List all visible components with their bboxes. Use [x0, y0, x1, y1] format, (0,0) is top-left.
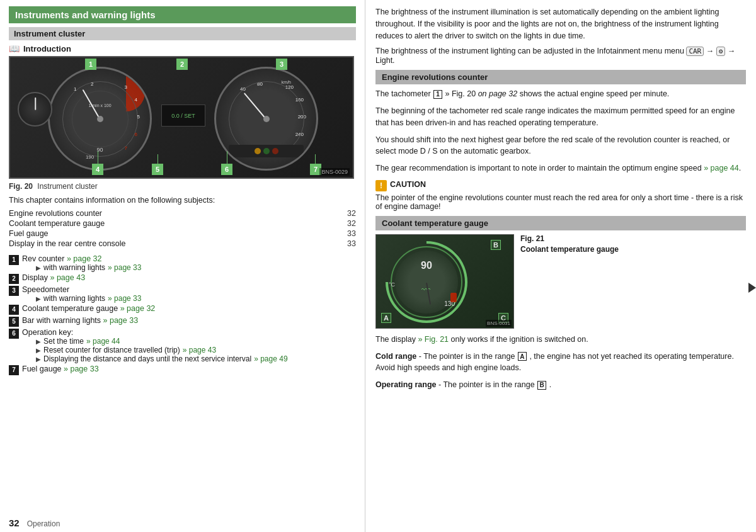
right-column: The brightness of the instrument illumin…: [365, 0, 756, 532]
cold-range-para: Cold range - The pointer is in the range…: [375, 351, 746, 375]
num-badge-1: 1: [9, 255, 19, 265]
chapter-intro: This chapter contains information on the…: [9, 196, 356, 205]
toc-row-1: Coolant temperature gauge 32: [9, 218, 356, 229]
label-6: 6: [221, 164, 232, 175]
label-A: A: [381, 313, 391, 323]
link-5[interactable]: » page 33: [103, 316, 139, 325]
label-B: B: [491, 240, 501, 250]
instrument-cluster-diagram: 1/min x 100 1 2 3 4 5 6 7 90 190 0.0 / S…: [9, 56, 354, 179]
link-6-sub2[interactable]: » page 43: [183, 346, 216, 354]
link-6-sub1[interactable]: » page 44: [86, 337, 120, 346]
cold-range-badge: A: [518, 352, 527, 361]
brightness-para1: The brightness of the instrument illumin…: [375, 6, 746, 42]
fig-caption: Fig. 20 Instrument cluster: [9, 182, 356, 191]
toc-label-2: Fuel gauge: [9, 229, 325, 239]
engine-rev-para1: The tachometer 1 » Fig. 20 on page 32 sh…: [375, 88, 746, 100]
toc-label-3: Display in the rear centre console: [9, 239, 325, 249]
book-icon: 📖: [9, 43, 20, 54]
list-item-4: 4 Coolant temperature gauge » page 32: [9, 304, 356, 315]
toc-table: Engine revolutions counter 32 Coolant te…: [9, 208, 356, 249]
label-3: 3: [276, 59, 287, 70]
link-fig21[interactable]: » Fig. 21: [418, 335, 449, 344]
link-1[interactable]: » page 32: [67, 254, 102, 263]
link-4[interactable]: » page 32: [120, 304, 156, 313]
engine-rev-section-header: Engine revolutions counter: [375, 70, 746, 84]
toc-row-3: Display in the rear centre console 33: [9, 239, 356, 249]
numbered-list: 1 Rev counter » page 32 ▶ with warning l…: [9, 254, 356, 375]
caution-box: ! CAUTION The pointer of the engine revo…: [375, 179, 746, 211]
link-2[interactable]: » page 43: [50, 273, 85, 282]
sub-item-1-1: ▶ with warning lights » page 33: [36, 263, 141, 272]
operating-range-badge: B: [537, 381, 546, 390]
list-item-3: 3 Speedometer ▶ with warning lights » pa…: [9, 285, 356, 303]
link-page44[interactable]: » page 44: [704, 164, 739, 173]
nav-triangle: [748, 283, 756, 293]
caution-title: CAUTION: [390, 180, 426, 189]
toc-row-0: Engine revolutions counter 32: [9, 208, 356, 218]
bns-code2: BNS-0031: [486, 320, 512, 327]
infotainment-line: The brightness of the instrument lightin…: [375, 47, 746, 65]
coolant-fig-title: Coolant temperature gauge: [520, 245, 746, 254]
toc-label-1: Coolant temperature gauge: [9, 218, 325, 229]
num-badge-7: 7: [9, 365, 19, 375]
link-6-sub3[interactable]: » page 49: [254, 354, 287, 363]
coolant-fig-label: Fig. 21: [520, 234, 746, 243]
coolant-gauge-area: 90 〰 130 A B C °C BNS-0031 Fig.: [375, 234, 746, 329]
num-badge-6: 6: [9, 329, 19, 339]
section-title: Instruments and warning lights: [9, 6, 356, 23]
caution-text: The pointer of the engine revolutions co…: [375, 193, 746, 211]
list-item-1: 1 Rev counter » page 32 ▶ with warning l…: [9, 254, 356, 272]
tachometer-badge: 1: [433, 90, 442, 99]
subsection-title: Instrument cluster: [9, 27, 356, 40]
num-badge-2: 2: [9, 274, 19, 284]
sub-item-3-1: ▶ with warning lights » page 33: [36, 294, 141, 303]
settings-kbd: ⚙: [716, 47, 726, 56]
list-item-5: 5 Bar with warning lights » page 33: [9, 316, 356, 327]
coolant-gauge-diagram: 90 〰 130 A B C °C BNS-0031: [375, 234, 514, 329]
label-2: 2: [176, 59, 188, 70]
toc-row-2: Fuel gauge 33: [9, 229, 356, 239]
coolant-section-header: Coolant temperature gauge: [375, 216, 746, 230]
engine-rev-para4: The gear recommendation is important to …: [375, 162, 746, 174]
list-item-7: 7 Fuel gauge » page 33: [9, 365, 356, 375]
label-4: 4: [92, 164, 103, 175]
bns-code: BNS-0029: [319, 168, 350, 176]
caution-icon: !: [375, 180, 387, 191]
intro-line: 📖 Introduction: [9, 43, 356, 54]
page-label: Operation: [27, 519, 60, 528]
coolant-fig-caption: Fig. 21 Coolant temperature gauge: [520, 234, 746, 329]
coolant-display-para: The display » Fig. 21 only works if the …: [375, 334, 746, 346]
link-1-sub[interactable]: » page 33: [108, 263, 141, 272]
num-badge-4: 4: [9, 305, 19, 315]
operating-range-para: Operating range - The pointer is in the …: [375, 379, 746, 391]
engine-rev-para2: The beginning of the tachometer red scal…: [375, 105, 746, 129]
label-1: 1: [85, 59, 96, 70]
page-number: 32: [9, 518, 20, 528]
link-7[interactable]: » page 33: [64, 365, 99, 373]
list-item-6: 6 Operation key: ▶ Set the time » page 4…: [9, 328, 356, 363]
car-kbd: CAR: [686, 47, 704, 56]
toc-label-0: Engine revolutions counter: [9, 208, 325, 218]
page-footer: 32 Operation: [9, 518, 60, 528]
engine-rev-para3: You should shift into the next highest g…: [375, 134, 746, 158]
num-badge-3: 3: [9, 286, 19, 296]
list-item-2: 2 Display » page 43: [9, 273, 356, 284]
label-5: 5: [152, 164, 163, 175]
link-3-sub[interactable]: » page 33: [108, 294, 141, 303]
intro-label: Introduction: [23, 44, 71, 54]
num-badge-5: 5: [9, 317, 19, 327]
